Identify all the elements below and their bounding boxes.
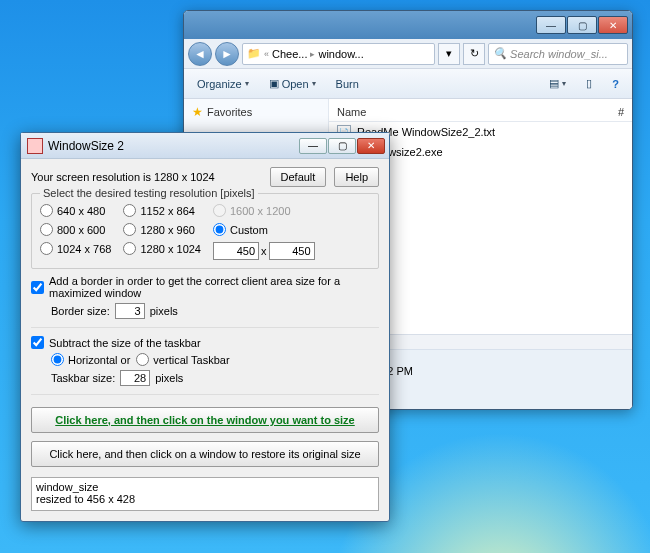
res-radio[interactable]: 640 x 480 xyxy=(40,204,111,217)
size-action-button[interactable]: Click here, and then click on the window… xyxy=(31,407,379,433)
res-radio[interactable]: 1280 x 960 xyxy=(123,223,201,236)
taskbar-horiz-radio[interactable]: Horizontal or xyxy=(51,353,130,366)
x-label: x xyxy=(261,245,267,257)
address-bar[interactable]: 📁 « Chee... ▸ window... xyxy=(242,43,435,65)
forward-button[interactable]: ► xyxy=(215,42,239,66)
custom-height-input[interactable] xyxy=(269,242,315,260)
favorites-header[interactable]: ★ Favorites xyxy=(192,105,320,119)
border-unit: pixels xyxy=(150,305,178,317)
taskbar-size-label: Taskbar size: xyxy=(51,372,115,384)
breadcrumb[interactable]: window... xyxy=(318,48,363,60)
res-radio[interactable]: 1280 x 1024 xyxy=(123,242,201,255)
dialog-title: WindowSize 2 xyxy=(48,139,298,153)
minimize-button[interactable]: — xyxy=(299,138,327,154)
breadcrumb[interactable]: Chee... xyxy=(272,48,307,60)
close-button[interactable]: ✕ xyxy=(357,138,385,154)
log-output: window_size resized to 456 x 428 xyxy=(31,477,379,511)
border-size-label: Border size: xyxy=(51,305,110,317)
folder-icon: 📁 xyxy=(247,47,261,60)
res-radio-disabled: 1600 x 1200 xyxy=(213,204,315,217)
taskbar-vert-radio[interactable]: vertical Taskbar xyxy=(136,353,229,366)
maximize-button[interactable]: ▢ xyxy=(567,16,597,34)
dialog-titlebar: WindowSize 2 — ▢ ✕ xyxy=(21,133,389,159)
search-icon: 🔍 xyxy=(493,47,507,60)
refresh-button[interactable]: ↻ xyxy=(463,43,485,65)
windowsize-dialog: WindowSize 2 — ▢ ✕ Your screen resolutio… xyxy=(20,132,390,522)
preview-pane-button[interactable]: ▯ xyxy=(579,74,599,93)
organize-button[interactable]: Organize▾ xyxy=(190,75,256,93)
history-dropdown[interactable]: ▾ xyxy=(438,43,460,65)
maximize-button[interactable]: ▢ xyxy=(328,138,356,154)
border-size-input[interactable] xyxy=(115,303,145,319)
res-radio[interactable]: 1024 x 768 xyxy=(40,242,111,255)
group-legend: Select the desired testing resolution [p… xyxy=(40,187,258,199)
back-button[interactable]: ◄ xyxy=(188,42,212,66)
close-button[interactable]: ✕ xyxy=(598,16,628,34)
minimize-button[interactable]: — xyxy=(536,16,566,34)
resolution-text: Your screen resolution is 1280 x 1024 xyxy=(31,171,262,183)
res-radio[interactable]: 800 x 600 xyxy=(40,223,111,236)
help-button[interactable]: Help xyxy=(334,167,379,187)
explorer-toolbar: Organize▾ ▣ Open▾ Burn ▤▾ ▯ ? xyxy=(184,69,632,99)
help-button[interactable]: ? xyxy=(605,75,626,93)
column-headers[interactable]: Name # xyxy=(329,103,632,122)
burn-button[interactable]: Burn xyxy=(329,75,366,93)
view-button[interactable]: ▤▾ xyxy=(542,74,573,93)
res-radio[interactable]: 1152 x 864 xyxy=(123,204,201,217)
open-icon: ▣ xyxy=(269,77,279,90)
taskbar-size-input[interactable] xyxy=(120,370,150,386)
open-button[interactable]: ▣ Open▾ xyxy=(262,74,323,93)
explorer-nav: ◄ ► 📁 « Chee... ▸ window... ▾ ↻ 🔍 Search… xyxy=(184,39,632,69)
search-input[interactable]: 🔍 Search window_si... xyxy=(488,43,628,65)
taskbar-unit: pixels xyxy=(155,372,183,384)
col-hash[interactable]: # xyxy=(618,106,624,118)
border-checkbox[interactable]: Add a border in order to get the correct… xyxy=(31,275,379,299)
default-button[interactable]: Default xyxy=(270,167,327,187)
restore-action-button[interactable]: Click here, and then click on a window t… xyxy=(31,441,379,467)
search-placeholder: Search window_si... xyxy=(510,48,608,60)
dialog-body: Your screen resolution is 1280 x 1024 De… xyxy=(21,159,389,521)
custom-radio[interactable]: Custom xyxy=(213,223,315,236)
col-name[interactable]: Name xyxy=(337,106,618,118)
resolution-group: Select the desired testing resolution [p… xyxy=(31,193,379,269)
custom-width-input[interactable] xyxy=(213,242,259,260)
app-icon xyxy=(27,138,43,154)
taskbar-checkbox[interactable]: Subtract the size of the taskbar xyxy=(31,336,379,349)
star-icon: ★ xyxy=(192,105,203,119)
explorer-titlebar: — ▢ ✕ xyxy=(184,11,632,39)
